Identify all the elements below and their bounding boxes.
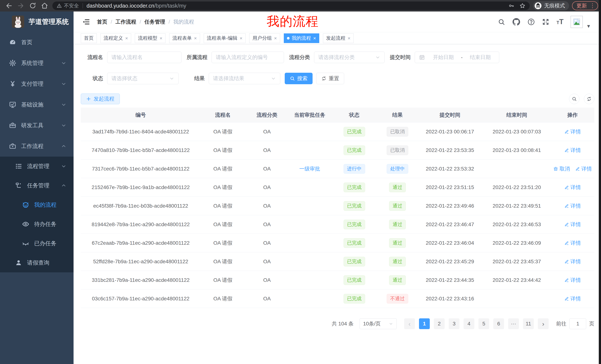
- reset-button[interactable]: 重置: [316, 73, 344, 84]
- app-logo-row[interactable]: 芋道管理系统: [0, 11, 74, 32]
- tab-process-definition[interactable]: 流程定义×: [100, 33, 131, 43]
- column-header: 状态: [331, 108, 378, 122]
- tree-icon: [15, 163, 22, 170]
- process-category-select[interactable]: 请选择流程分类: [314, 52, 385, 63]
- browser-forward-icon[interactable]: [17, 2, 25, 10]
- tab-home[interactable]: 首页: [81, 33, 97, 43]
- sidebar-collapse-icon[interactable]: [82, 18, 90, 26]
- tab-user-group[interactable]: 用户分组×: [249, 33, 280, 43]
- breadcrumb-item[interactable]: 首页: [97, 18, 107, 25]
- main-area: 首页/工作流程/任务管理/我的流程 我的流程 TT ▼ 首页流程定义×流程模型×…: [74, 11, 601, 364]
- sidebar-item-devtools[interactable]: 研发工具: [0, 115, 74, 136]
- browser-update-button[interactable]: 更新 ⋮: [572, 1, 598, 10]
- detail-action-link[interactable]: 详情: [564, 221, 581, 228]
- sidebar-item-done-tasks[interactable]: 已办任务: [0, 234, 74, 253]
- goto-page-input[interactable]: [570, 318, 586, 329]
- sidebar-item-label: 系统管理: [21, 59, 43, 67]
- github-icon[interactable]: [512, 18, 521, 26]
- browser-home-icon[interactable]: [41, 2, 48, 10]
- search-icon[interactable]: [498, 18, 505, 26]
- tab-process-model[interactable]: 流程模型×: [135, 33, 165, 43]
- toggle-search-button[interactable]: [569, 94, 580, 104]
- detail-action-link[interactable]: 详情: [564, 258, 581, 265]
- cancel-action-link[interactable]: 取消: [553, 165, 570, 172]
- page-button-1[interactable]: 1: [419, 318, 430, 329]
- tab-close-icon[interactable]: ×: [348, 36, 351, 41]
- prev-page-button[interactable]: ‹: [404, 318, 415, 329]
- sidebar-item-my-process[interactable]: 我的流程: [0, 195, 74, 214]
- cell-result: 通过: [378, 197, 417, 215]
- fullscreen-icon[interactable]: [542, 18, 549, 26]
- avatar-caret-down-icon[interactable]: ▼: [586, 23, 591, 32]
- process-name-input[interactable]: [107, 52, 181, 63]
- page-button-3[interactable]: 3: [449, 318, 460, 329]
- page-button-2[interactable]: 2: [434, 318, 445, 329]
- browser-reload-icon[interactable]: [29, 2, 36, 10]
- sidebar-item-system[interactable]: 系统管理: [0, 53, 74, 74]
- search-button[interactable]: 搜索: [285, 73, 312, 84]
- next-page-button[interactable]: ›: [538, 318, 549, 329]
- browser-menu-kebab-icon[interactable]: ⋮: [590, 3, 595, 9]
- cell-category: OA: [245, 215, 289, 234]
- detail-action-link[interactable]: 详情: [564, 202, 581, 210]
- tab-my-process[interactable]: 我的流程×: [284, 33, 319, 43]
- result-tag: 通过: [389, 182, 406, 192]
- browser-back-icon[interactable]: [5, 2, 13, 10]
- process-definition-input-field[interactable]: [216, 54, 280, 60]
- cell-category: OA: [245, 271, 289, 289]
- process-name-input-field[interactable]: [111, 54, 177, 60]
- bookmark-star-icon[interactable]: [519, 3, 526, 9]
- refresh-table-button[interactable]: [584, 94, 594, 104]
- sidebar-item-leave-query[interactable]: 请假查询: [0, 253, 74, 272]
- chevron-down-icon: [271, 76, 276, 81]
- detail-action-link[interactable]: 详情: [564, 277, 581, 284]
- tab-close-icon[interactable]: ×: [194, 36, 197, 41]
- help-question-icon[interactable]: [527, 18, 535, 26]
- page-button-5[interactable]: 5: [478, 318, 489, 329]
- sidebar-item-process-mgmt[interactable]: 流程管理: [0, 157, 74, 176]
- top-navbar: 首页/工作流程/任务管理/我的流程 我的流程 TT ▼: [74, 11, 601, 32]
- page-size-select[interactable]: 10条/页: [360, 318, 397, 329]
- process-definition-input[interactable]: [211, 52, 284, 63]
- address-bar[interactable]: 不安全 dashboard.yudao.iocoder.cn/bpm/task/…: [52, 1, 530, 10]
- tab-process-form-edit[interactable]: 流程表单-编辑×: [204, 33, 246, 43]
- tab-start-process[interactable]: 发起流程×: [323, 33, 354, 43]
- avatar[interactable]: [571, 16, 583, 28]
- breadcrumb-item[interactable]: 工作流程: [116, 18, 136, 25]
- tab-close-icon[interactable]: ×: [240, 36, 242, 41]
- tab-close-icon[interactable]: ×: [313, 36, 316, 41]
- breadcrumb-item[interactable]: 任务管理: [144, 18, 165, 25]
- detail-action-link[interactable]: 详情: [564, 128, 581, 135]
- tab-process-form[interactable]: 流程表单×: [169, 33, 200, 43]
- detail-action-link[interactable]: 详情: [564, 239, 581, 247]
- status-select[interactable]: 请选择状态: [107, 73, 179, 84]
- goto-suffix: 页: [589, 320, 594, 327]
- tab-close-icon[interactable]: ×: [125, 36, 128, 41]
- current-task-link[interactable]: 一级审批: [299, 165, 320, 172]
- submit-time-range-picker[interactable]: 开始日期 - 结束日期: [415, 52, 499, 63]
- tab-close-icon[interactable]: ×: [160, 36, 162, 41]
- detail-action-link[interactable]: 详情: [564, 184, 581, 191]
- cell-actions: 详情: [551, 234, 594, 252]
- sidebar-item-payment[interactable]: 支付管理: [0, 74, 74, 94]
- password-key-icon[interactable]: [508, 3, 514, 9]
- sidebar-item-infra[interactable]: 基础设施: [0, 94, 74, 115]
- detail-action-link[interactable]: 详情: [564, 147, 581, 154]
- page-button-4[interactable]: 4: [464, 318, 474, 329]
- cell-id: 03c6c157-7b9a-11ec-a290-acde48001122: [81, 289, 200, 308]
- detail-action-link[interactable]: 详情: [575, 165, 592, 172]
- font-size-icon[interactable]: TT: [556, 18, 563, 26]
- window-scrollbar[interactable]: [599, 0, 601, 364]
- detail-action-link[interactable]: 详情: [564, 295, 581, 302]
- cell-process-name: OA 请假: [200, 215, 245, 234]
- sidebar-item-home[interactable]: 首页: [0, 32, 74, 53]
- sidebar-item-workflow[interactable]: 工作流程: [0, 136, 74, 157]
- page-button-6[interactable]: 6: [493, 318, 504, 329]
- result-select[interactable]: 请选择流结果: [209, 73, 280, 84]
- page-ellipsis[interactable]: ···: [508, 318, 519, 329]
- start-process-button[interactable]: 发起流程: [81, 94, 120, 104]
- sidebar-item-todo-tasks[interactable]: 待办任务: [0, 214, 74, 234]
- page-button-11[interactable]: 11: [523, 318, 534, 329]
- sidebar-item-task-mgmt[interactable]: 任务管理: [0, 176, 74, 195]
- tab-close-icon[interactable]: ×: [274, 36, 277, 41]
